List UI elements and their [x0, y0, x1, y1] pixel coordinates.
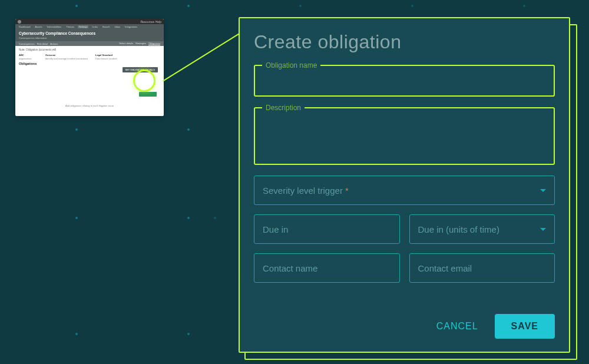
connector-line-icon — [163, 30, 245, 81]
thumb-col1-sub: organization — [19, 57, 42, 60]
subtab: Actions — [50, 42, 58, 45]
thumb-page-subtitle: Consequences information — [15, 37, 164, 41]
subtab: Consequences — [19, 42, 35, 45]
thumb-section-header: Obligations — [19, 62, 160, 65]
obligation-name-field: Obligation name — [254, 65, 555, 97]
thumb-page-title: Cybersecurity Compliance Consequences — [15, 29, 164, 37]
app-logo-icon — [18, 20, 21, 24]
due-in-input[interactable] — [263, 224, 391, 234]
subtab-active: Obligations — [148, 42, 160, 45]
modal-title: Create obligation — [254, 31, 555, 53]
description-field: Description — [254, 107, 555, 165]
thumb-col1-head: ABC — [19, 54, 42, 57]
thumb-col2-sub: Identify and manage incident escalations — [45, 57, 92, 60]
save-button[interactable]: SAVE — [495, 314, 555, 339]
contact-name-input[interactable] — [263, 263, 391, 273]
subtab: Select details — [119, 42, 133, 45]
required-marker: * — [345, 186, 349, 196]
due-in-field — [254, 214, 400, 244]
due-in-units-select[interactable]: Due in (units of time) — [409, 214, 555, 244]
chevron-down-icon — [540, 189, 546, 192]
cancel-button[interactable]: CANCEL — [436, 321, 478, 332]
thumb-topbar: Resources Help — [15, 19, 164, 24]
contact-email-field — [409, 253, 555, 283]
nav-tab: Vulnerabilities — [46, 25, 63, 28]
description-label: Description — [262, 104, 305, 112]
thumb-subtabs: Consequences Risk detail Actions Select … — [15, 41, 164, 46]
severity-level-label: Severity level trigger — [263, 186, 343, 196]
nav-tab: Integrations — [124, 25, 138, 28]
svg-line-0 — [163, 30, 245, 81]
nav-tab-active: Settings — [78, 25, 88, 28]
nav-tab: Inbox — [113, 25, 121, 28]
thumb-set-details-button[interactable]: SET OBLIGATION DETAILS — [123, 67, 158, 72]
create-obligation-modal: Create obligation Obligation name Descri… — [239, 17, 570, 353]
subtab: Strategies — [135, 42, 146, 45]
thumb-note: Note: Obligation documents will — [19, 48, 160, 51]
obligation-name-input[interactable] — [262, 72, 547, 82]
contact-name-field — [254, 253, 400, 283]
subtab: Risk detail — [37, 42, 48, 45]
thumb-col3-head: Legal Standard — [95, 54, 125, 57]
thumb-nav-tabs: Dashboard Assets Vulnerabilities Threats… — [15, 24, 164, 29]
screenshot-thumbnail: Resources Help Dashboard Assets Vulnerab… — [15, 19, 164, 116]
nav-tab: Search — [101, 25, 111, 28]
contact-email-input[interactable] — [418, 263, 547, 273]
nav-tab: Dashboard — [18, 25, 32, 28]
thumb-hint-text: Add obligations relating to each litigat… — [15, 104, 164, 107]
thumb-add-obligation-button[interactable] — [139, 92, 157, 97]
thumb-col3-sub: Data breach incident — [95, 57, 125, 60]
thumb-col2-head: Outcome — [45, 54, 92, 57]
thumb-top-right: Resources Help — [140, 20, 161, 24]
nav-tab: Assets — [34, 25, 44, 28]
description-input[interactable] — [262, 114, 547, 158]
nav-tab: Links — [91, 25, 98, 28]
due-in-units-label: Due in (units of time) — [418, 224, 499, 234]
nav-tab: Threats — [65, 25, 75, 28]
obligation-name-label: Obligation name — [262, 61, 320, 70]
severity-level-select[interactable]: Severity level trigger * — [254, 176, 555, 205]
chevron-down-icon — [540, 228, 546, 231]
